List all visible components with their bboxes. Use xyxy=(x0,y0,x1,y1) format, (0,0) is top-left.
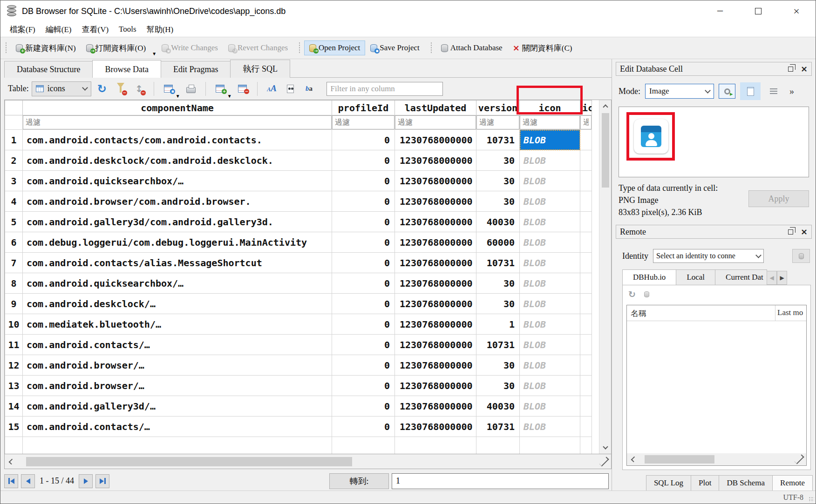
menu-help[interactable]: 幫助(H) xyxy=(142,23,178,36)
cell-partial[interactable] xyxy=(580,417,592,437)
filter-input-partial[interactable] xyxy=(580,115,592,129)
scroll-right-icon[interactable] xyxy=(794,453,806,465)
maximize-icon[interactable] xyxy=(739,0,777,22)
row-number[interactable]: 9 xyxy=(5,294,23,314)
row-number[interactable]: 10 xyxy=(5,314,23,335)
write-changes-button[interactable]: ▪ Write Changes xyxy=(156,40,223,55)
remote-database-icon[interactable] xyxy=(644,291,649,297)
tab-database-structure[interactable]: Database Structure xyxy=(4,61,93,78)
dock-tab-sql-log[interactable]: SQL Log xyxy=(646,475,691,491)
cell-lastUpdated[interactable]: 1230768000000 xyxy=(395,376,476,396)
cell-profileId[interactable]: 0 xyxy=(332,130,395,150)
cell-icon[interactable]: BLOB xyxy=(520,253,580,273)
remote-tab-local[interactable]: Local xyxy=(676,269,715,285)
cell-partial[interactable] xyxy=(580,376,592,396)
float-dock-icon[interactable] xyxy=(788,67,793,72)
cell-lastUpdated[interactable]: 1230768000000 xyxy=(395,150,476,171)
cell-icon[interactable]: BLOB xyxy=(520,417,580,437)
scroll-up-icon[interactable] xyxy=(599,100,612,112)
case-toggle-button[interactable]: ba xyxy=(301,81,317,97)
cell-partial[interactable] xyxy=(580,212,592,232)
toolbar-overflow-icon[interactable]: » xyxy=(789,86,794,97)
cell-componentName[interactable]: com.android.deskclock/com.android.deskcl… xyxy=(23,150,332,171)
dock-tab-remote[interactable]: Remote xyxy=(772,475,813,491)
cell-lastUpdated[interactable]: 1230768000000 xyxy=(395,335,476,355)
cell-lastUpdated[interactable]: 1230768000000 xyxy=(395,232,476,253)
cell-version[interactable]: 40030 xyxy=(476,396,520,417)
open-project-button[interactable]: → Open Project xyxy=(304,40,365,55)
cell-lastUpdated[interactable]: 1230768000000 xyxy=(395,253,476,273)
row-number[interactable]: 12 xyxy=(5,355,23,376)
revert-changes-button[interactable]: ↺ Revert Changes xyxy=(223,40,293,55)
cell-icon[interactable]: BLOB xyxy=(520,130,580,150)
cell-partial[interactable] xyxy=(580,294,592,314)
cell-icon[interactable]: BLOB xyxy=(520,212,580,232)
open-database-button[interactable]: → 打開資料庫(O) xyxy=(81,40,151,56)
cell-version[interactable]: 30 xyxy=(476,355,520,376)
word-wrap-button[interactable] xyxy=(765,84,782,99)
cell-lastUpdated[interactable]: 1230768000000 xyxy=(395,396,476,417)
mode-select[interactable]: Image xyxy=(645,84,714,99)
cell-partial[interactable] xyxy=(580,253,592,273)
row-number[interactable]: 11 xyxy=(5,335,23,355)
remote-column-last-modified[interactable]: Last mo xyxy=(775,305,806,321)
row-number[interactable]: 5 xyxy=(5,212,23,232)
column-header-version[interactable]: version xyxy=(476,101,520,115)
clear-filters-button[interactable]: − xyxy=(113,81,129,97)
dock-tab-plot[interactable]: Plot xyxy=(691,475,719,491)
cell-lastUpdated[interactable]: 1230768000000 xyxy=(395,417,476,437)
cell-componentName[interactable]: com.android.browser/com.android.browser. xyxy=(23,191,332,212)
column-header-lastUpdated[interactable]: lastUpdated xyxy=(395,101,476,115)
cell-partial[interactable] xyxy=(580,191,592,212)
goto-button[interactable]: 轉到: xyxy=(329,473,389,489)
cell-lastUpdated[interactable]: 1230768000000 xyxy=(395,273,476,294)
cell-version[interactable]: 30 xyxy=(476,191,520,212)
cell-version[interactable]: 10731 xyxy=(476,253,520,273)
vertical-scrollbar[interactable] xyxy=(599,100,611,454)
save-project-button[interactable]: ▪ Save Project xyxy=(365,40,424,55)
export-data-button[interactable] xyxy=(740,82,761,100)
tab-edit-pragmas[interactable]: Edit Pragmas xyxy=(161,61,231,78)
new-database-button[interactable]: + 新建資料庫(N) xyxy=(11,40,81,56)
cell-componentName[interactable]: com.android.browser/… xyxy=(23,355,332,376)
cell-icon[interactable]: BLOB xyxy=(520,355,580,376)
cell-icon[interactable]: BLOB xyxy=(520,232,580,253)
cell-profileId[interactable]: 0 xyxy=(332,171,395,191)
refresh-button[interactable]: ↻ xyxy=(94,81,110,97)
resize-grip-icon[interactable] xyxy=(809,497,814,502)
cell-componentName[interactable]: com.android.quicksearchbox/… xyxy=(23,171,332,191)
cell-version[interactable]: 10731 xyxy=(476,335,520,355)
open-database-dropdown-icon[interactable]: ▼ xyxy=(152,51,156,57)
cell-profileId[interactable]: 0 xyxy=(332,396,395,417)
menu-view[interactable]: 查看(V) xyxy=(77,23,114,36)
cell-partial[interactable] xyxy=(580,273,592,294)
cell-lastUpdated[interactable]: 1230768000000 xyxy=(395,191,476,212)
scroll-left-icon[interactable] xyxy=(5,456,17,468)
cell-componentName[interactable]: com.android.contacts/… xyxy=(23,417,332,437)
cell-profileId[interactable]: 0 xyxy=(332,335,395,355)
cell-icon[interactable]: BLOB xyxy=(520,314,580,335)
identity-select[interactable]: Select an identity to conne xyxy=(653,249,764,263)
row-number[interactable]: 1 xyxy=(5,130,23,150)
row-number[interactable]: 7 xyxy=(5,253,23,273)
remote-horizontal-scrollbar[interactable] xyxy=(627,453,806,465)
cell-icon[interactable]: BLOB xyxy=(520,294,580,314)
new-record-button[interactable]: + xyxy=(212,81,228,97)
cell-partial[interactable] xyxy=(580,335,592,355)
menu-edit[interactable]: 編輯(E) xyxy=(41,23,76,36)
clone-database-button[interactable] xyxy=(792,249,810,263)
cell-componentName[interactable]: com.android.contacts/… xyxy=(23,335,332,355)
row-number[interactable]: 8 xyxy=(5,273,23,294)
remote-scroll-thumb[interactable] xyxy=(645,455,714,464)
row-number[interactable]: 6 xyxy=(5,232,23,253)
cell-componentName[interactable]: com.android.contacts/com.android.contact… xyxy=(23,130,332,150)
cell-profileId[interactable]: 0 xyxy=(332,232,395,253)
cell-version[interactable]: 30 xyxy=(476,294,520,314)
filter-input-profileId[interactable] xyxy=(332,115,394,129)
float-dock-icon[interactable] xyxy=(788,229,793,235)
vertical-scroll-thumb[interactable] xyxy=(602,113,609,188)
last-record-button[interactable] xyxy=(95,474,109,488)
cell-version[interactable]: 1 xyxy=(476,314,520,335)
cell-lastUpdated[interactable]: 1230768000000 xyxy=(395,171,476,191)
tab-execute-sql[interactable]: 執行 SQL xyxy=(230,60,290,78)
